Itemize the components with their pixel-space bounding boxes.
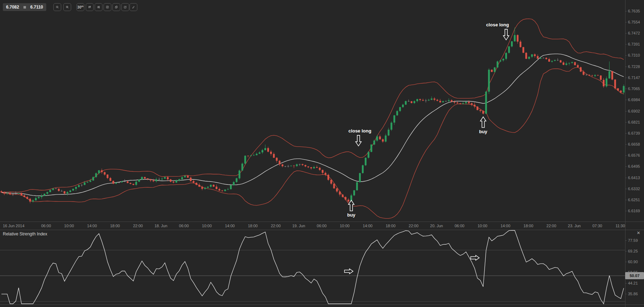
time-axis-label: 18. Jun (154, 222, 167, 230)
time-axis-label: 22:00 (409, 222, 419, 230)
timeframe-label: 30m (77, 5, 83, 9)
ask-price[interactable]: 6.7110 (30, 5, 43, 10)
candlestick-chart-icon (88, 5, 91, 10)
price-axis-label: 6.6658 (628, 142, 640, 146)
draw-button[interactable] (130, 3, 137, 11)
time-axis-label: 06:00 (41, 222, 51, 230)
quote-box[interactable]: 6.7082 6.7110 (3, 3, 46, 11)
rsi-axis-label: 35.86 (628, 292, 638, 296)
price-axis-label: 6.6413 (628, 176, 640, 180)
price-axis-label: 6.7310 (628, 53, 640, 57)
timeaxis-rsi-divider (0, 230, 644, 230)
edit-pencil-icon (124, 5, 127, 10)
time-axis-label: 06:00 (317, 222, 327, 230)
annotation-label: close long (348, 128, 371, 134)
axis-divider (625, 0, 625, 307)
time-axis-label: 18:00 (386, 222, 396, 230)
duplicate-layers-icon (115, 5, 118, 10)
price-axis-label: 6.6576 (628, 153, 640, 157)
bollinger-lower-line (1, 67, 624, 218)
price-chart[interactable]: close longbuyclose longbuy (0, 0, 625, 222)
time-axis-label: 20. Jun (430, 222, 443, 230)
rsi-close-button[interactable]: ✕ (635, 230, 642, 236)
price-axis-label: 6.6984 (628, 98, 640, 102)
annotation-label: buy (347, 212, 356, 218)
up-arrow-icon (348, 200, 354, 211)
time-axis-label: 18:00 (248, 222, 258, 230)
time-axis-label: 18:00 (523, 222, 533, 230)
time-axis-label: 23. Jun (568, 222, 581, 230)
spread-indicator-icon (23, 6, 26, 9)
time-axis[interactable]: 16 Jun 201406:0010:0014:0018:0022:0018. … (0, 222, 625, 230)
zoom-in-button[interactable] (63, 3, 71, 11)
right-arrow-icon (471, 255, 479, 260)
trading-app-window: close longbuyclose longbuy 6.76356.75546… (0, 0, 644, 307)
time-axis-label: 18:00 (110, 222, 120, 230)
indicators-sliders-icon (97, 5, 100, 10)
time-axis-label: 10:00 (340, 222, 350, 230)
down-arrow-icon (503, 29, 509, 40)
annotation-label: close long (486, 22, 509, 27)
rsi-axis[interactable]: 77.5969.2560.9052.5544.2135.86 (625, 230, 644, 305)
rsi-axis-label: 69.25 (628, 249, 638, 253)
right-arrow-icon (344, 269, 353, 274)
time-axis-label: 06:00 (455, 222, 465, 230)
price-axis-label: 6.6902 (628, 109, 640, 113)
rsi-line (1, 230, 624, 304)
rsi-axis-label: 77.59 (628, 238, 638, 243)
chart-toolbar: 6.7082 6.7110 30m (3, 3, 152, 12)
rsi-current-value-badge: 50.07 (625, 272, 644, 279)
rsi-chart[interactable] (0, 230, 625, 305)
rsi-bottom-divider (0, 305, 644, 305)
time-axis-label: 14:00 (363, 222, 373, 230)
time-axis-label: 16 Jun 2014 (3, 222, 25, 230)
edit-button[interactable] (121, 3, 129, 11)
annotation-close-long: close long (486, 22, 509, 40)
price-axis-label: 6.7147 (628, 76, 640, 80)
down-arrow-icon (356, 135, 361, 146)
time-axis-label: 10:00 (477, 222, 487, 230)
price-axis-label: 6.7554 (628, 20, 640, 24)
price-axis[interactable]: 6.76356.75546.74726.73916.73106.72286.71… (625, 0, 644, 222)
price-axis-label: 6.7065 (628, 87, 640, 91)
chart-timeaxis-divider (0, 222, 644, 222)
time-axis-label: 19. Jun (292, 222, 305, 230)
bid-price[interactable]: 6.7082 (6, 5, 19, 10)
price-axis-label: 6.6169 (628, 209, 640, 213)
time-axis-label: 11:30 (616, 222, 625, 230)
price-axis-label: 6.7472 (628, 31, 640, 35)
price-axis-label: 6.7635 (628, 9, 640, 13)
bollinger-upper-line (1, 19, 624, 192)
zoom-out-button[interactable] (53, 3, 61, 11)
price-axis-label: 6.6495 (628, 164, 640, 168)
duplicate-button[interactable] (112, 3, 120, 11)
time-axis-label: 10:00 (202, 222, 212, 230)
annotation-close-long: close long (348, 128, 371, 146)
price-axis-label: 6.6739 (628, 131, 640, 135)
time-axis-label: 07:30 (592, 222, 602, 230)
indicators-button[interactable] (95, 3, 102, 11)
zoom-out-icon (56, 5, 59, 10)
chart-type-button[interactable] (86, 3, 94, 11)
time-axis-label: 10:00 (64, 222, 74, 230)
expand-icon (106, 5, 109, 10)
timeframe-button[interactable]: 30m (76, 3, 84, 11)
rsi-panel-title: Relative Strength Index (3, 231, 47, 236)
price-axis-label: 6.7228 (628, 64, 640, 69)
time-axis-label: 06:00 (179, 222, 189, 230)
draw-marker-icon (132, 5, 135, 10)
annotation-buy: buy (479, 117, 487, 134)
rsi-axis-label: 44.21 (628, 281, 638, 285)
time-axis-label: 14:00 (87, 222, 97, 230)
time-axis-label: 22:00 (271, 222, 281, 230)
candles-layer (1, 27, 625, 203)
rsi-axis-label: 60.90 (628, 260, 638, 264)
annotation-label: buy (479, 129, 487, 134)
price-axis-label: 6.6332 (628, 187, 640, 191)
expand-button[interactable] (104, 3, 111, 11)
price-axis-label: 6.6821 (628, 120, 640, 124)
price-axis-label: 6.6251 (628, 198, 640, 202)
time-axis-label: 14:00 (501, 222, 511, 230)
price-axis-label: 6.7391 (628, 42, 640, 46)
zoom-in-icon (66, 5, 69, 10)
